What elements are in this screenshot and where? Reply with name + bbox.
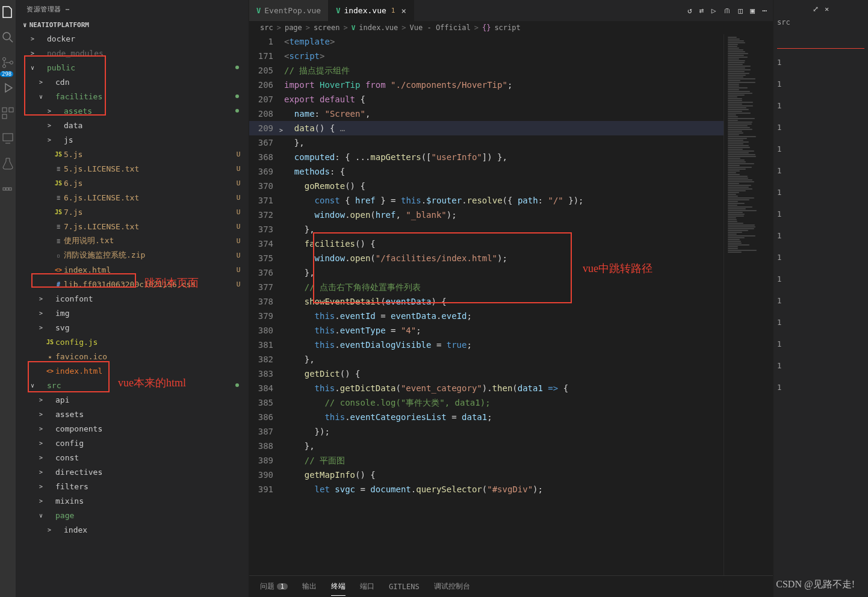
debug-icon[interactable] [1, 81, 15, 95]
tree-item[interactable]: ≡5.js.LICENSE.txtU [16, 161, 249, 176]
tree-item[interactable]: >mixins [16, 493, 249, 508]
files-icon[interactable] [1, 5, 15, 19]
tree-item[interactable]: >node_modules [16, 46, 249, 60]
panel-tab[interactable]: GITLENS [389, 579, 420, 595]
compare-icon[interactable]: ⇄ [699, 6, 704, 15]
svg-rect-4 [2, 108, 7, 112]
tree-item[interactable]: JS7.jsU [16, 205, 249, 219]
sidebar: 资源管理器 ⋯ ∨ NEATIOTPLATFORM >docker>node_m… [16, 0, 249, 597]
annotation-2: vue本来的html [118, 376, 186, 390]
activity-bar [0, 0, 16, 597]
svg-rect-8 [3, 188, 5, 190]
minimap[interactable] [724, 34, 773, 575]
tree-item[interactable]: JSconfig.js [16, 335, 249, 349]
annotation-3: vue中跳转路径 [583, 261, 653, 276]
tree-item[interactable]: >cdn [16, 75, 249, 89]
tree-item[interactable]: >directives [16, 465, 249, 479]
tree-item[interactable]: >assets [16, 104, 249, 118]
tree-item[interactable]: JS6.jsU [16, 176, 249, 190]
tree-item[interactable]: >assets [16, 407, 249, 421]
svg-rect-7 [3, 134, 13, 141]
editor-tab[interactable]: Vindex.vue1× [329, 0, 414, 21]
tree-item[interactable]: <>index.htmlU [16, 262, 249, 277]
tree-item[interactable]: ≡使用说明.txtU [16, 234, 249, 248]
svg-rect-10 [9, 188, 11, 190]
code-editor[interactable]: 1<template>171<script>205// 描点提示组件206imp… [249, 34, 724, 575]
panel-tab[interactable]: 调试控制台 [434, 578, 470, 595]
svg-rect-5 [9, 108, 13, 112]
editor-main: VEventPop.vueVindex.vue1× ↺ ⇄ ▷ ⫙ ◫ ▣ ⋯ … [249, 0, 773, 597]
sidebar-title: 资源管理器 ⋯ [16, 0, 249, 19]
tree-item[interactable]: #lib.ff031d063200c1021156.cssU [16, 277, 249, 291]
tree-item[interactable]: >filters [16, 479, 249, 493]
vue-icon: V [336, 7, 340, 15]
right-label: src [777, 18, 864, 26]
tree-item[interactable]: ∨page [16, 508, 249, 522]
svg-rect-6 [2, 114, 7, 119]
panel-tab[interactable]: 输出 [302, 578, 317, 595]
tree-item[interactable]: >js [16, 132, 249, 147]
svg-point-2 [3, 65, 6, 68]
tree-item[interactable]: ∨facilities [16, 89, 249, 104]
svg-point-1 [3, 58, 6, 61]
tree-item[interactable]: ★favicon.ico [16, 349, 249, 363]
split-icon[interactable]: ◫ [739, 6, 743, 15]
tree-item[interactable]: ≡7.js.LICENSE.txtU [16, 219, 249, 234]
chevron-down-icon: ∨ [23, 21, 27, 29]
tree-item[interactable]: >svg [16, 320, 249, 335]
tree-item[interactable]: JS5.jsU [16, 147, 249, 161]
file-tree: >docker>node_modules∨public>cdn∨faciliti… [16, 31, 249, 597]
tree-item[interactable]: ∨public [16, 60, 249, 75]
tree-item[interactable]: >components [16, 421, 249, 436]
diff-icon[interactable]: ⫙ [724, 6, 731, 15]
source-control-icon[interactable] [1, 55, 15, 70]
breadcrumb[interactable]: src>page>screen>Vindex.vue>Vue - Officia… [249, 21, 773, 34]
sidebar-more-icon[interactable]: ⋯ [66, 5, 73, 13]
project-root[interactable]: ∨ NEATIOTPLATFORM [16, 19, 249, 31]
svg-point-0 [3, 32, 10, 40]
tree-item[interactable]: ≡6.js.LICENSE.txtU [16, 190, 249, 205]
run-icon[interactable]: ▷ [711, 6, 716, 15]
tree-item[interactable]: >const [16, 450, 249, 465]
more-icon[interactable]: ⋯ [762, 6, 767, 15]
right-panel: ⤢ ✕ src 1111111111111111 [773, 0, 868, 597]
panel-tab[interactable]: 问题1 [260, 578, 288, 595]
svg-rect-9 [6, 188, 8, 190]
tree-item[interactable]: ▫消防设施监控系统.zipU [16, 248, 249, 262]
editor-actions: ↺ ⇄ ▷ ⫙ ◫ ▣ ⋯ [687, 0, 773, 21]
scm-badge: 298 [0, 71, 13, 77]
tree-item[interactable]: >api [16, 392, 249, 407]
tree-item[interactable]: >img [16, 306, 249, 320]
remote-icon[interactable] [1, 131, 15, 146]
expand-icon[interactable]: ⤢ [813, 5, 819, 13]
svg-point-3 [10, 61, 13, 64]
layout-icon[interactable]: ▣ [750, 6, 755, 15]
tree-item[interactable]: >docker [16, 31, 249, 46]
history-icon[interactable]: ↺ [687, 6, 692, 15]
close-icon[interactable]: × [401, 6, 406, 16]
extensions-icon[interactable] [1, 106, 15, 120]
watermark: CSDN @见路不走! [776, 578, 855, 591]
editor-tabs: VEventPop.vueVindex.vue1× ↺ ⇄ ▷ ⫙ ◫ ▣ ⋯ [249, 0, 773, 21]
annotation-1: 跳到本页面 [144, 276, 199, 290]
tree-item[interactable]: >data [16, 118, 249, 132]
tree-item[interactable]: >index [16, 522, 249, 537]
tree-item[interactable]: >config [16, 436, 249, 450]
test-icon[interactable] [1, 156, 15, 171]
docker-icon[interactable] [1, 182, 15, 196]
vue-icon: V [256, 7, 261, 15]
panel-tab[interactable]: 终端 [331, 578, 346, 596]
editor-tab[interactable]: VEventPop.vue [249, 0, 329, 21]
panel-tabs: 问题1输出终端端口GITLENS调试控制台 [249, 575, 773, 597]
tree-item[interactable]: >iconfont [16, 291, 249, 306]
search-icon[interactable] [1, 30, 15, 45]
close-icon[interactable]: ✕ [825, 5, 829, 13]
panel-tab[interactable]: 端口 [360, 578, 374, 595]
